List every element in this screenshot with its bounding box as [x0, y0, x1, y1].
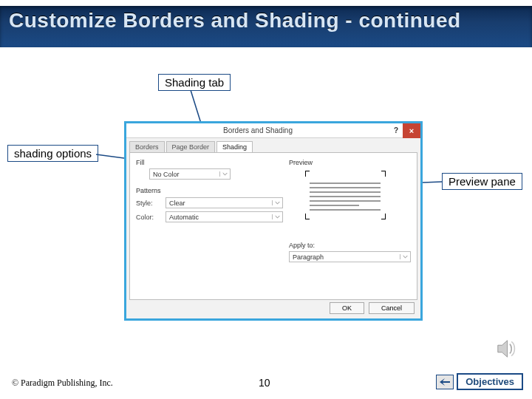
help-button[interactable]: ? [389, 126, 403, 134]
color-value: Automatic [166, 214, 272, 221]
preview-panel: Preview Apply to: Paragraph [289, 157, 411, 295]
color-combo[interactable]: Automatic [166, 211, 283, 222]
prev-arrow-button[interactable] [436, 375, 454, 389]
style-label: Style: [136, 200, 161, 207]
borders-shading-dialog: Borders and Shading ? × Borders Page Bor… [124, 121, 423, 321]
preview-paragraph [310, 180, 381, 221]
tab-page-border[interactable]: Page Border [166, 141, 216, 152]
dialog-tabs: Borders Page Border Shading [126, 140, 420, 152]
chevron-down-icon [219, 171, 230, 177]
dialog-buttons: OK Cancel [330, 302, 415, 314]
chevron-down-icon [400, 254, 410, 259]
apply-to-value: Paragraph [290, 253, 400, 261]
callout-preview-pane: Preview pane [442, 173, 522, 190]
chevron-down-icon [272, 200, 282, 205]
preview-box [289, 169, 411, 237]
fill-combo[interactable]: No Color [149, 168, 231, 180]
chevron-down-icon [272, 214, 282, 219]
style-value: Clear [166, 200, 272, 207]
footer-copyright: © Paradigm Publishing, Inc. [12, 378, 113, 389]
patterns-label: Patterns [136, 187, 283, 194]
apply-to-label: Apply to: [289, 242, 411, 249]
tab-shading[interactable]: Shading [216, 141, 253, 152]
tab-body: Fill No Color Patterns Style: Clear Colo… [129, 152, 417, 300]
dialog-titlebar: Borders and Shading ? × [126, 123, 420, 138]
ok-button[interactable]: OK [330, 302, 364, 314]
slide-number: 10 [259, 377, 270, 389]
slide-title: Customize Borders and Shading - continue… [9, 9, 461, 33]
close-button[interactable]: × [403, 123, 420, 138]
speaker-icon [494, 337, 519, 361]
tab-borders[interactable]: Borders [129, 141, 165, 152]
objectives-button[interactable]: Objectives [457, 373, 523, 390]
callout-shading-options: shading options [7, 145, 98, 162]
cancel-button[interactable]: Cancel [369, 302, 415, 314]
shading-options-panel: Fill No Color Patterns Style: Clear Colo… [136, 157, 283, 295]
color-label: Color: [136, 214, 161, 221]
callout-shading-tab: Shading tab [158, 74, 231, 91]
fill-label: Fill [136, 159, 283, 166]
preview-label: Preview [289, 159, 411, 166]
dialog-title: Borders and Shading [126, 126, 389, 134]
style-combo[interactable]: Clear [166, 197, 283, 208]
footer-nav: Objectives [436, 373, 523, 390]
fill-value: No Color [150, 171, 219, 178]
apply-to-combo[interactable]: Paragraph [289, 251, 411, 262]
